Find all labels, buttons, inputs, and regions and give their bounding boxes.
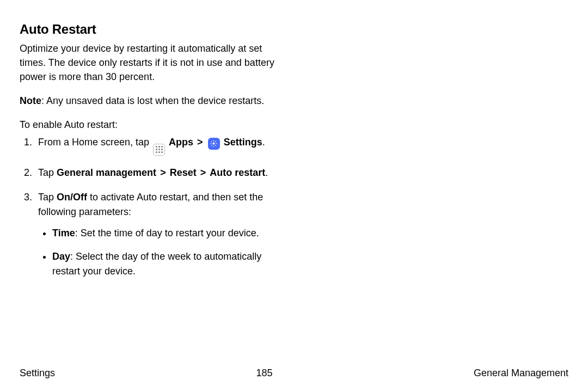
step-2: Tap General management > Reset > Auto re… — [35, 166, 285, 180]
bullet-day: Day: Select the day of the week to autom… — [52, 249, 285, 279]
step-1: From a Home screen, tap Apps > Settings. — [35, 135, 285, 156]
footer-left: Settings — [20, 367, 55, 379]
bullet-time-body: : Set the time of day to restart your de… — [75, 228, 259, 238]
note-paragraph: Note: Any unsaved data is lost when the … — [20, 94, 285, 108]
step-2-post: . — [265, 167, 268, 178]
enable-lead: To enable Auto restart: — [20, 118, 285, 132]
separator-2b: > — [200, 167, 206, 178]
parameters-list: Time: Set the time of day to restart you… — [38, 226, 285, 279]
step-2-path-3: Auto restart — [210, 167, 265, 178]
bullet-day-body: : Select the day of the week to automati… — [52, 251, 261, 277]
apps-icon — [153, 144, 165, 156]
page-footer: Settings 185 General Management — [20, 367, 568, 379]
step-3-pre: Tap — [38, 192, 57, 203]
separator-1: > — [197, 137, 203, 148]
step-1-pre: From a Home screen, tap — [38, 137, 152, 148]
apps-label: Apps — [169, 137, 193, 148]
footer-page-number: 185 — [256, 367, 272, 379]
steps-list: From a Home screen, tap Apps > Settings.… — [20, 135, 285, 279]
intro-paragraph: Optimize your device by restarting it au… — [20, 41, 285, 84]
settings-gear-icon — [208, 138, 220, 150]
page-title: Auto Restart — [20, 22, 285, 37]
step-3: Tap On/Off to activate Auto restart, and… — [35, 190, 285, 279]
footer-right: General Management — [474, 367, 568, 379]
separator-2a: > — [160, 167, 166, 178]
bullet-time: Time: Set the time of day to restart you… — [52, 226, 285, 241]
settings-label: Settings — [224, 137, 262, 148]
step-1-post: . — [262, 137, 265, 148]
note-label: Note — [20, 95, 41, 106]
bullet-day-label: Day — [52, 251, 70, 262]
note-body: : Any unsaved data is lost when the devi… — [41, 95, 264, 106]
bullet-time-label: Time — [52, 228, 75, 238]
svg-point-0 — [213, 143, 215, 145]
step-2-path-1: General management — [57, 167, 156, 178]
step-2-path-2: Reset — [170, 167, 197, 178]
step-3-onoff: On/Off — [57, 192, 87, 203]
step-2-pre: Tap — [38, 167, 57, 178]
